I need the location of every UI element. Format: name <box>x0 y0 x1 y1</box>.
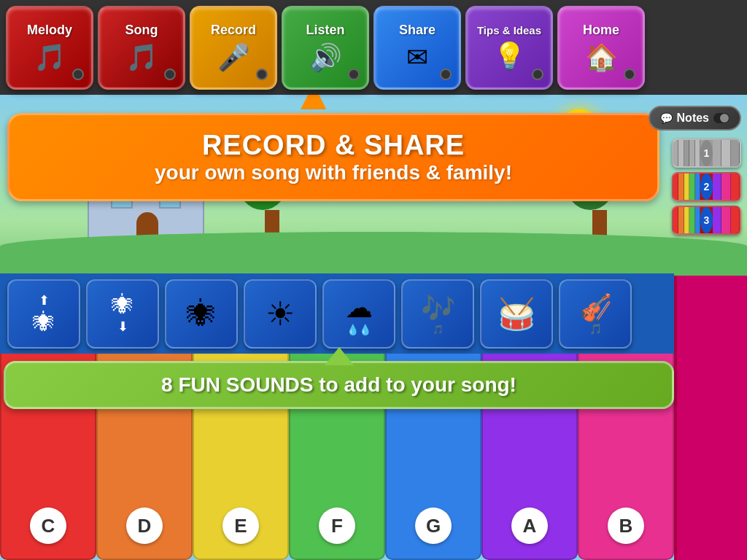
notes-label: Notes <box>677 112 709 125</box>
key-d-label: D <box>126 508 163 544</box>
share-btn[interactable]: Share ✉ <box>374 6 461 90</box>
grass <box>0 232 747 276</box>
key-c-label: C <box>30 508 66 544</box>
level-1-btn[interactable]: 1 <box>672 139 741 168</box>
tips-btn[interactable]: Tips & Ideas 💡 <box>465 6 553 90</box>
melody-label: Melody <box>27 23 72 38</box>
listen-dot <box>348 69 360 80</box>
home-btn[interactable]: Home 🏠 <box>557 6 645 90</box>
level-3-num: 3 <box>700 207 713 233</box>
record-btn[interactable]: Record 🎤 <box>190 6 277 90</box>
tips-dot <box>532 69 543 80</box>
sound-flute[interactable]: 🎶 🎵 <box>401 279 474 349</box>
level-3-btn[interactable]: 3 <box>672 206 741 235</box>
home-dot <box>624 69 635 80</box>
listen-btn[interactable]: Listen 🔊 <box>282 6 369 90</box>
level-1-num: 1 <box>700 140 713 166</box>
notes-chat-icon: 💬 <box>660 112 673 124</box>
melody-dot <box>72 69 84 80</box>
sun-icon: ☀ <box>266 295 295 333</box>
record-share-banner: RECORD & SHARE your own song with friend… <box>7 113 659 201</box>
key-b-label: B <box>608 508 644 544</box>
fun-sounds-text: 8 FUN SOUNDS to add to your song! <box>161 373 516 396</box>
listen-icon: 🔊 <box>309 42 342 73</box>
song-icon: 🎵 <box>125 42 158 73</box>
level-buttons: 1 2 <box>672 139 741 235</box>
share-icon: ✉ <box>406 42 428 73</box>
violin-icon: 🎻 <box>579 292 612 323</box>
sound-drum[interactable]: 🥁 <box>480 279 553 349</box>
key-g-label: G <box>415 508 452 544</box>
tips-icon: 💡 <box>493 41 526 71</box>
listen-label: Listen <box>306 23 344 38</box>
sound-violin[interactable]: 🎻 🎵 <box>559 279 632 349</box>
sound-buttons-row: ⬆ 🕷 🕷 ⬇ 🕷 ☀ ☁ 💧💧 🎶 🎵 🥁 🎻 🎵 <box>0 273 674 354</box>
record-icon: 🎤 <box>217 42 250 73</box>
sound-spider-up[interactable]: ⬆ 🕷 <box>7 279 80 349</box>
sound-cloud[interactable]: ☁ 💧💧 <box>322 279 395 349</box>
level-2-num: 2 <box>700 174 713 200</box>
share-dot <box>440 69 452 80</box>
song-btn[interactable]: Song 🎵 <box>98 6 185 90</box>
flute-icon: 🎶 <box>421 292 455 324</box>
sound-spider-3[interactable]: 🕷 <box>165 279 238 349</box>
banner-title: RECORD & SHARE <box>31 130 635 161</box>
drum-icon: 🥁 <box>498 296 535 332</box>
piano-right-bg <box>674 276 747 560</box>
fun-sounds-banner: 8 FUN SOUNDS to add to your song! <box>4 361 674 409</box>
notes-toggle[interactable] <box>713 113 729 123</box>
key-f-label: F <box>319 508 355 544</box>
notes-button[interactable]: 💬 Notes <box>649 106 741 131</box>
spider3-icon: 🕷 <box>187 298 216 330</box>
sound-spider-down[interactable]: 🕷 ⬇ <box>86 279 159 349</box>
sound-sun[interactable]: ☀ <box>244 279 317 349</box>
key-e-label: E <box>222 508 259 544</box>
level-2-btn[interactable]: 2 <box>672 172 741 201</box>
fun-sounds-arrow <box>325 347 354 365</box>
cloud-icon: ☁ <box>345 292 373 324</box>
record-dot <box>256 69 268 80</box>
melody-icon: 🎵 <box>34 42 66 73</box>
song-dot <box>164 69 176 80</box>
record-label: Record <box>211 23 256 38</box>
banner-subtitle: your own song with friends & family! <box>31 161 635 184</box>
song-label: Song <box>125 23 158 38</box>
melody-btn[interactable]: Melody 🎵 <box>6 6 93 90</box>
top-nav: Melody 🎵 Song 🎵 Record 🎤 Listen 🔊 Share … <box>0 0 747 95</box>
home-icon: 🏠 <box>585 42 618 73</box>
share-label: Share <box>399 23 436 38</box>
tips-label: Tips & Ideas <box>477 24 541 36</box>
key-a-label: A <box>511 508 548 544</box>
home-label: Home <box>583 23 619 38</box>
